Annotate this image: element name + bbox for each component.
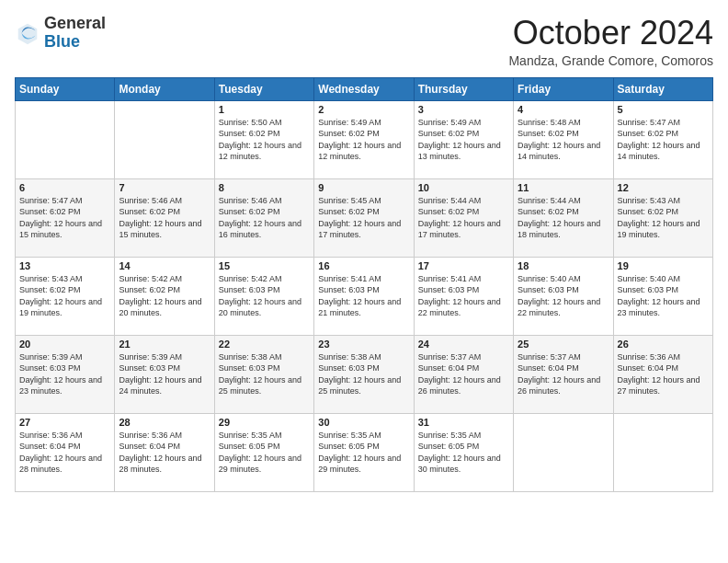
calendar-cell: 1Sunrise: 5:50 AM Sunset: 6:02 PM Daylig… (214, 100, 313, 178)
day-number: 13 (19, 260, 110, 271)
calendar-cell: 19Sunrise: 5:40 AM Sunset: 6:03 PM Dayli… (613, 257, 712, 335)
day-number: 29 (219, 417, 310, 428)
day-info: Sunrise: 5:43 AM Sunset: 6:02 PM Dayligh… (618, 195, 709, 241)
day-info: Sunrise: 5:36 AM Sunset: 6:04 PM Dayligh… (19, 430, 110, 476)
calendar-cell: 7Sunrise: 5:46 AM Sunset: 6:02 PM Daylig… (115, 178, 214, 257)
calendar-header: SundayMondayTuesdayWednesdayThursdayFrid… (16, 77, 713, 100)
calendar-cell: 21Sunrise: 5:39 AM Sunset: 6:03 PM Dayli… (115, 335, 214, 413)
day-info: Sunrise: 5:37 AM Sunset: 6:04 PM Dayligh… (518, 351, 609, 397)
day-info: Sunrise: 5:38 AM Sunset: 6:03 PM Dayligh… (318, 351, 409, 397)
page: General Blue October 2024 Mandza, Grande… (0, 0, 728, 563)
day-number: 21 (119, 339, 210, 350)
calendar-cell (613, 413, 712, 491)
day-info: Sunrise: 5:39 AM Sunset: 6:03 PM Dayligh… (119, 351, 210, 397)
calendar-cell: 5Sunrise: 5:47 AM Sunset: 6:02 PM Daylig… (613, 100, 712, 178)
logo-icon (15, 20, 40, 46)
day-info: Sunrise: 5:50 AM Sunset: 6:02 PM Dayligh… (219, 117, 310, 163)
calendar-cell: 16Sunrise: 5:41 AM Sunset: 6:03 PM Dayli… (314, 257, 414, 335)
day-number: 16 (318, 260, 409, 271)
day-number: 1 (219, 104, 310, 115)
day-info: Sunrise: 5:42 AM Sunset: 6:03 PM Dayligh… (219, 273, 310, 319)
day-number: 25 (518, 339, 609, 350)
calendar-cell (115, 100, 214, 178)
calendar-cell: 4Sunrise: 5:48 AM Sunset: 6:02 PM Daylig… (514, 100, 613, 178)
calendar-cell (16, 100, 115, 178)
day-info: Sunrise: 5:37 AM Sunset: 6:04 PM Dayligh… (418, 351, 509, 397)
day-number: 20 (19, 339, 110, 350)
calendar-cell: 2Sunrise: 5:49 AM Sunset: 6:02 PM Daylig… (314, 100, 414, 178)
day-info: Sunrise: 5:35 AM Sunset: 6:05 PM Dayligh… (219, 430, 310, 476)
calendar-cell: 28Sunrise: 5:36 AM Sunset: 6:04 PM Dayli… (115, 413, 214, 491)
day-number: 22 (219, 339, 310, 350)
day-number: 5 (618, 104, 709, 115)
day-number: 9 (318, 182, 409, 193)
calendar-cell: 30Sunrise: 5:35 AM Sunset: 6:05 PM Dayli… (314, 413, 414, 491)
day-info: Sunrise: 5:40 AM Sunset: 6:03 PM Dayligh… (518, 273, 609, 319)
day-number: 18 (518, 260, 609, 271)
day-info: Sunrise: 5:46 AM Sunset: 6:02 PM Dayligh… (219, 195, 310, 241)
day-number: 31 (418, 417, 509, 428)
weekday-header-friday: Friday (514, 77, 613, 100)
calendar-cell: 3Sunrise: 5:49 AM Sunset: 6:02 PM Daylig… (414, 100, 513, 178)
day-number: 7 (119, 182, 210, 193)
day-number: 8 (219, 182, 310, 193)
day-info: Sunrise: 5:41 AM Sunset: 6:03 PM Dayligh… (418, 273, 509, 319)
day-info: Sunrise: 5:39 AM Sunset: 6:03 PM Dayligh… (19, 351, 110, 397)
day-number: 23 (318, 339, 409, 350)
day-info: Sunrise: 5:36 AM Sunset: 6:04 PM Dayligh… (618, 351, 709, 397)
logo-text: General Blue (44, 15, 106, 52)
day-info: Sunrise: 5:40 AM Sunset: 6:03 PM Dayligh… (618, 273, 709, 319)
location-subtitle: Mandza, Grande Comore, Comoros (508, 53, 713, 68)
day-number: 3 (418, 104, 509, 115)
day-info: Sunrise: 5:47 AM Sunset: 6:02 PM Dayligh… (19, 195, 110, 241)
day-info: Sunrise: 5:45 AM Sunset: 6:02 PM Dayligh… (318, 195, 409, 241)
day-info: Sunrise: 5:35 AM Sunset: 6:05 PM Dayligh… (318, 430, 409, 476)
week-row-2: 6Sunrise: 5:47 AM Sunset: 6:02 PM Daylig… (16, 178, 713, 257)
week-row-5: 27Sunrise: 5:36 AM Sunset: 6:04 PM Dayli… (16, 413, 713, 491)
weekday-header-tuesday: Tuesday (214, 77, 313, 100)
day-info: Sunrise: 5:35 AM Sunset: 6:05 PM Dayligh… (418, 430, 509, 476)
week-row-1: 1Sunrise: 5:50 AM Sunset: 6:02 PM Daylig… (16, 100, 713, 178)
day-info: Sunrise: 5:44 AM Sunset: 6:02 PM Dayligh… (418, 195, 509, 241)
calendar-cell: 23Sunrise: 5:38 AM Sunset: 6:03 PM Dayli… (314, 335, 414, 413)
calendar-cell: 11Sunrise: 5:44 AM Sunset: 6:02 PM Dayli… (514, 178, 613, 257)
day-number: 4 (518, 104, 609, 115)
calendar-cell: 29Sunrise: 5:35 AM Sunset: 6:05 PM Dayli… (214, 413, 313, 491)
calendar-cell: 12Sunrise: 5:43 AM Sunset: 6:02 PM Dayli… (613, 178, 712, 257)
day-number: 26 (618, 339, 709, 350)
day-number: 6 (19, 182, 110, 193)
calendar-cell: 10Sunrise: 5:44 AM Sunset: 6:02 PM Dayli… (414, 178, 513, 257)
day-info: Sunrise: 5:49 AM Sunset: 6:02 PM Dayligh… (418, 117, 509, 163)
day-info: Sunrise: 5:49 AM Sunset: 6:02 PM Dayligh… (318, 117, 409, 163)
day-number: 27 (19, 417, 110, 428)
title-block: October 2024 Mandza, Grande Comore, Como… (508, 15, 713, 68)
calendar-cell: 26Sunrise: 5:36 AM Sunset: 6:04 PM Dayli… (613, 335, 712, 413)
calendar-cell: 22Sunrise: 5:38 AM Sunset: 6:03 PM Dayli… (214, 335, 313, 413)
day-number: 15 (219, 260, 310, 271)
day-info: Sunrise: 5:41 AM Sunset: 6:03 PM Dayligh… (318, 273, 409, 319)
day-info: Sunrise: 5:36 AM Sunset: 6:04 PM Dayligh… (119, 430, 210, 476)
calendar-cell: 14Sunrise: 5:42 AM Sunset: 6:02 PM Dayli… (115, 257, 214, 335)
day-info: Sunrise: 5:43 AM Sunset: 6:02 PM Dayligh… (19, 273, 110, 319)
week-row-3: 13Sunrise: 5:43 AM Sunset: 6:02 PM Dayli… (16, 257, 713, 335)
day-info: Sunrise: 5:44 AM Sunset: 6:02 PM Dayligh… (518, 195, 609, 241)
weekday-header-sunday: Sunday (16, 77, 115, 100)
weekday-header-thursday: Thursday (414, 77, 513, 100)
calendar-body: 1Sunrise: 5:50 AM Sunset: 6:02 PM Daylig… (16, 100, 713, 491)
day-number: 10 (418, 182, 509, 193)
day-number: 2 (318, 104, 409, 115)
logo: General Blue (15, 15, 106, 52)
svg-marker-0 (18, 24, 38, 44)
calendar-cell: 20Sunrise: 5:39 AM Sunset: 6:03 PM Dayli… (16, 335, 115, 413)
weekday-header-saturday: Saturday (613, 77, 712, 100)
header: General Blue October 2024 Mandza, Grande… (15, 15, 713, 68)
calendar-cell: 17Sunrise: 5:41 AM Sunset: 6:03 PM Dayli… (414, 257, 513, 335)
day-number: 24 (418, 339, 509, 350)
calendar-cell: 6Sunrise: 5:47 AM Sunset: 6:02 PM Daylig… (16, 178, 115, 257)
day-info: Sunrise: 5:46 AM Sunset: 6:02 PM Dayligh… (119, 195, 210, 241)
calendar-cell: 31Sunrise: 5:35 AM Sunset: 6:05 PM Dayli… (414, 413, 513, 491)
weekday-header-monday: Monday (115, 77, 214, 100)
day-number: 30 (318, 417, 409, 428)
day-info: Sunrise: 5:48 AM Sunset: 6:02 PM Dayligh… (518, 117, 609, 163)
weekday-header-wednesday: Wednesday (314, 77, 414, 100)
